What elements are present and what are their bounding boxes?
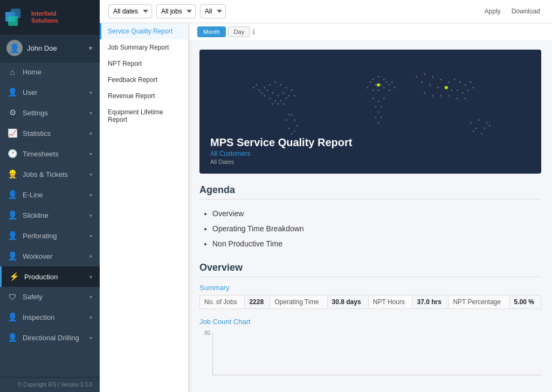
svg-point-66 [465,84,466,86]
inspection-icon: 👤 [8,312,17,322]
sidebar-item-production[interactable]: ⚡ Production ▾ [0,266,100,287]
svg-point-5 [274,81,276,83]
svg-point-73 [457,90,458,91]
sidebar-item-label: Safety [23,293,84,301]
sidebar-item-statistics[interactable]: 📈 Statistics ▾ [0,123,100,143]
report-item-feedback[interactable]: Feedback Report [100,72,188,88]
report-item-npt[interactable]: NPT Report [100,56,188,72]
svg-point-33 [288,114,290,115]
directional-drilling-icon: 👤 [8,333,17,342]
svg-point-13 [288,95,290,97]
job-count-chart-link[interactable]: Job Count Chart [199,318,541,326]
sidebar-item-directional-drilling[interactable]: 👤 Directional Drilling ▾ [0,327,100,348]
svg-point-9 [277,95,279,97]
svg-point-83 [470,122,472,123]
sidebar-item-workover[interactable]: 👤 Workover ▾ [0,246,100,266]
page-content: Month Day ℹ [189,23,552,392]
svg-point-42 [389,84,390,86]
summary-link[interactable]: Summary [199,284,541,292]
svg-point-48 [389,90,390,91]
svg-point-36 [378,76,380,78]
svg-point-44 [367,87,368,88]
svg-point-55 [378,111,380,113]
user-menu-chevron: ▼ [88,45,93,51]
svg-point-41 [386,81,388,83]
settings-icon: ⚙ [8,108,17,118]
report-item-equipment-lifetime[interactable]: Equipment Lifetime Report [100,104,188,128]
svg-point-57 [381,116,382,118]
svg-point-53 [381,106,382,107]
svg-point-35 [372,79,374,80]
svg-point-81 [457,98,458,99]
svg-point-49 [394,87,396,88]
sidebar-item-user[interactable]: 👤 User ▾ [0,82,100,102]
sidebar-item-timesheets[interactable]: 🕐 Timesheets ▾ [0,143,100,164]
sidebar-item-jobs-tickets[interactable]: 👷 Jobs & Tickets ▾ [0,164,100,184]
svg-point-3 [264,87,265,88]
chart-y-axis-label: 80 [199,330,210,336]
user-profile[interactable]: 👤 John Doe ▼ [0,35,100,62]
day-toggle-button[interactable]: Day [228,26,251,37]
jobs-filter[interactable]: All jobs [156,4,196,18]
svg-point-7 [286,87,287,88]
svg-point-12 [291,90,293,91]
sidebar-item-e-line[interactable]: 👤 E-Line ▾ [0,184,100,205]
svg-point-19 [264,95,265,97]
download-button[interactable]: Download [508,5,543,17]
svg-point-62 [440,79,441,80]
sidebar-item-slickline[interactable]: 👤 Slickline ▾ [0,205,100,225]
svg-point-17 [253,87,254,88]
info-icon[interactable]: ℹ [252,27,255,36]
summary-table: No. of Jobs 2228 Operating Time 30.8 day… [199,295,541,309]
sidebar-item-perforating[interactable]: 👤 Perforating ▾ [0,225,100,246]
svg-point-88 [481,133,482,134]
svg-point-26 [272,103,273,105]
production-icon: ⚡ [9,272,19,281]
filter-bar: All dates All jobs All Apply Download [100,0,552,23]
sidebar-item-settings[interactable]: ⚙ Settings ▾ [0,102,100,123]
home-icon: ⌂ [8,67,17,77]
svg-point-52 [383,98,385,99]
svg-point-32 [286,119,287,121]
report-item-service-quality[interactable]: Service Quality Report [100,23,188,39]
chevron-right-icon: ▾ [89,90,92,95]
svg-point-92 [445,86,448,89]
sidebar-item-label: Directional Drilling [23,334,84,342]
svg-point-16 [261,92,263,94]
svg-point-8 [282,92,284,94]
chevron-right-icon: ▾ [89,130,92,136]
svg-point-68 [421,81,423,83]
svg-point-18 [256,84,257,86]
svg-point-40 [369,81,371,83]
logo-icon [5,6,27,28]
sidebar-item-home[interactable]: ⌂ Home [0,62,100,82]
chevron-right-icon: ▾ [89,212,92,218]
svg-point-54 [375,106,377,107]
sidebar-navigation: ⌂ Home 👤 User ▾ ⚙ Settings ▾ 📈 Statistic… [0,62,100,377]
no-of-jobs-value: 2228 [245,295,270,309]
svg-point-21 [274,100,276,102]
sidebar-item-inspection[interactable]: 👤 Inspection ▾ [0,307,100,327]
all-filter[interactable]: All [200,4,226,18]
apply-button[interactable]: Apply [481,5,504,17]
safety-icon: 🛡 [8,292,17,301]
svg-point-72 [451,90,452,91]
month-toggle-button[interactable]: Month [197,26,226,37]
chevron-right-icon: ▾ [89,110,92,116]
sidebar-item-label: Settings [23,109,84,117]
overview-heading: Overview [199,262,541,277]
svg-point-39 [375,84,377,86]
svg-point-74 [462,92,464,94]
sidebar-item-safety[interactable]: 🛡 Safety ▾ [0,287,100,307]
svg-point-14 [294,95,295,97]
svg-rect-2 [8,16,18,26]
sidebar: Interfield Solutions 👤 John Doe ▼ ⌂ Home… [0,0,100,392]
workover-icon: 👤 [8,251,17,261]
jobs-icon: 👷 [8,169,17,179]
date-filter[interactable]: All dates [108,4,152,18]
svg-point-79 [440,95,441,97]
report-item-job-summary[interactable]: Job Summary Report [100,39,188,56]
agenda-heading: Agenda [199,184,541,200]
report-item-revenue[interactable]: Revenue Report [100,88,188,104]
svg-point-91 [377,83,380,86]
